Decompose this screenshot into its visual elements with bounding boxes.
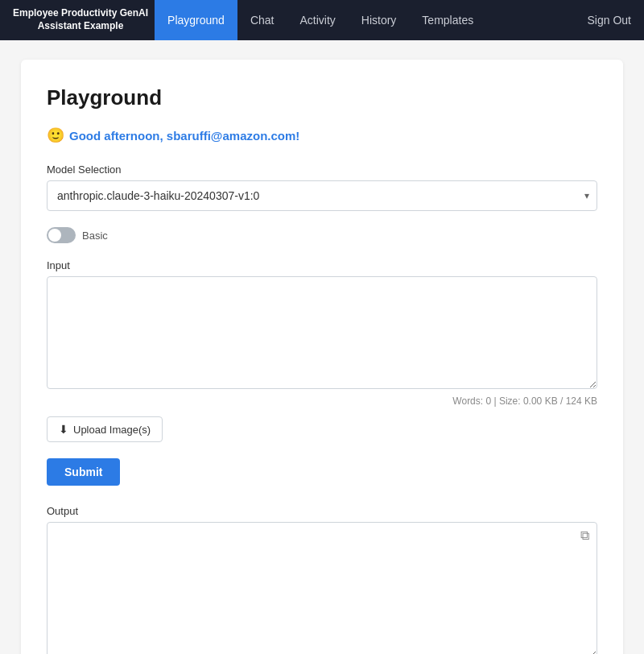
- nav-links: Playground Chat Activity History Templat…: [155, 0, 587, 40]
- toggle-label: Basic: [82, 230, 108, 242]
- toggle-thumb: [48, 229, 61, 242]
- input-textarea[interactable]: [47, 276, 597, 389]
- submit-section: Submit: [47, 458, 597, 505]
- nav-brand: Employee Productivity GenAIAssistant Exa…: [13, 7, 148, 32]
- nav-link-chat[interactable]: Chat: [237, 0, 287, 40]
- output-label: Output: [47, 505, 597, 517]
- upload-label: Upload Image(s): [73, 424, 151, 436]
- nav-link-activity[interactable]: Activity: [287, 0, 348, 40]
- model-selection-label: Model Selection: [47, 164, 597, 176]
- upload-icon: ⬇: [59, 423, 68, 436]
- upload-images-button[interactable]: ⬇ Upload Image(s): [47, 416, 163, 442]
- main-content: Playground 🙂 Good afternoon, sbaruffi@am…: [21, 60, 623, 654]
- greeting-emoji: 🙂: [47, 126, 64, 144]
- nav-link-templates[interactable]: Templates: [409, 0, 486, 40]
- submit-button[interactable]: Submit: [47, 458, 120, 486]
- basic-toggle-container: Basic: [47, 227, 597, 243]
- greeting-message: 🙂 Good afternoon, sbaruffi@amazon.com!: [47, 126, 597, 144]
- nav-link-playground[interactable]: Playground: [155, 0, 237, 40]
- copy-icon[interactable]: ⧉: [580, 528, 589, 543]
- greeting-text: Good afternoon, sbaruffi@amazon.com!: [69, 129, 299, 143]
- output-container: ⧉: [47, 522, 597, 654]
- word-count-display: Words: 0 | Size: 0.00 KB / 124 KB: [47, 395, 597, 407]
- page-title: Playground: [47, 85, 597, 110]
- basic-toggle[interactable]: [47, 227, 76, 243]
- model-select[interactable]: anthropic.claude-3-haiku-20240307-v1:0 a…: [47, 180, 597, 211]
- navbar: Employee Productivity GenAIAssistant Exa…: [0, 0, 644, 40]
- model-select-container: anthropic.claude-3-haiku-20240307-v1:0 a…: [47, 180, 597, 211]
- output-textarea[interactable]: [47, 522, 597, 654]
- sign-out-button[interactable]: Sign Out: [588, 14, 631, 27]
- input-label: Input: [47, 259, 597, 271]
- nav-link-history[interactable]: History: [349, 0, 410, 40]
